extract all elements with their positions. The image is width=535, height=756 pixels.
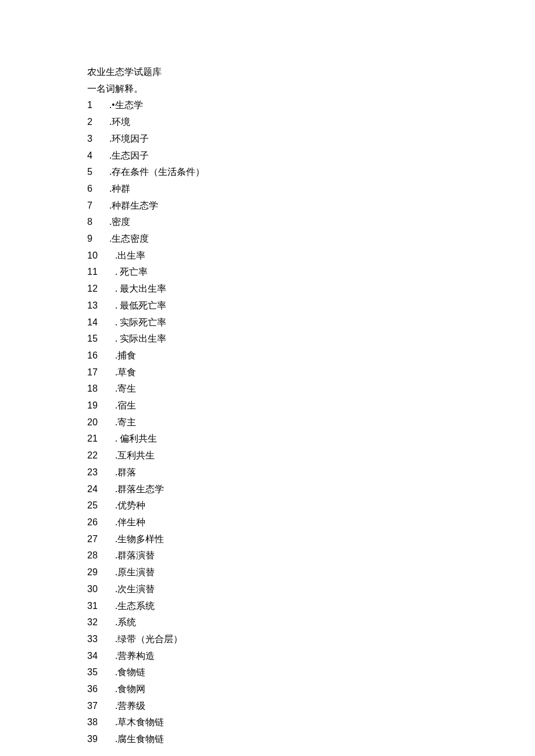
item-number: 18 [87, 381, 115, 397]
list-item: 21. 偏利共生 [87, 431, 477, 447]
item-text: .食物网 [115, 681, 145, 698]
item-text: .原生演替 [115, 564, 155, 581]
item-text: .存在条件（生活条件） [109, 164, 205, 181]
list-item: 26.伴生种 [87, 514, 477, 531]
list-item: 37.营养级 [87, 698, 477, 715]
item-text: .优势种 [115, 497, 145, 514]
list-item: 17.草食 [87, 364, 477, 381]
item-number: 17 [87, 364, 115, 381]
item-text: .环境 [109, 114, 130, 131]
item-text: . 实际出生率 [115, 331, 166, 347]
item-number: 27 [87, 531, 115, 548]
list-item: 23.群落 [87, 464, 477, 481]
item-number: 22 [87, 447, 115, 464]
item-number: 30 [87, 581, 115, 598]
item-text: .次生演替 [115, 581, 155, 598]
item-number: 34 [87, 648, 115, 665]
item-number: 29 [87, 564, 115, 581]
item-text: .系统 [115, 614, 136, 631]
list-item: 13. 最低死亡率 [87, 298, 477, 314]
item-number: 13 [87, 298, 115, 314]
item-number: 6 [87, 181, 109, 198]
item-number: 16 [87, 347, 115, 364]
list-item: 1.•生态学 [87, 97, 477, 114]
item-text: .绿带（光合层） [115, 631, 183, 648]
list-item: 7.种群生态学 [87, 198, 477, 214]
list-item: 9.生态密度 [87, 231, 477, 248]
item-text: .寄主 [115, 414, 136, 431]
item-number: 14 [87, 314, 115, 331]
item-text: .伴生种 [115, 514, 145, 531]
item-number: 10 [87, 248, 115, 264]
item-number: 36 [87, 681, 115, 698]
document-page: 农业生态学试题库 一名词解释。 1.•生态学2.环境3.环境因子4.生态因子5.… [0, 0, 535, 748]
item-number: 32 [87, 614, 115, 631]
list-item: 18.寄生 [87, 381, 477, 397]
list-item: 10.出生率 [87, 248, 477, 264]
item-number: 25 [87, 497, 115, 514]
item-number: 2 [87, 114, 109, 131]
list-item: 24.群落生态学 [87, 481, 477, 498]
item-text: .种群生态学 [109, 198, 158, 214]
item-number: 26 [87, 514, 115, 531]
list-item: 4.生态因子 [87, 148, 477, 164]
list-item: 31.生态系统 [87, 598, 477, 615]
list-item: 16.捕食 [87, 347, 477, 364]
item-text: .密度 [109, 214, 130, 231]
item-number: 28 [87, 547, 115, 564]
list-item: 36.食物网 [87, 681, 477, 698]
item-number: 35 [87, 664, 115, 681]
item-number: 31 [87, 598, 115, 615]
list-item: 2.环境 [87, 114, 477, 131]
item-text: .群落生态学 [115, 481, 164, 498]
item-text: .群落演替 [115, 547, 155, 564]
item-number: 33 [87, 631, 115, 648]
list-item: 3.环境因子 [87, 131, 477, 148]
item-text: .寄生 [115, 381, 136, 397]
item-number: 15 [87, 331, 115, 347]
item-number: 4 [87, 148, 109, 164]
item-number: 9 [87, 231, 109, 248]
list-item: 5.存在条件（生活条件） [87, 164, 477, 181]
list-item: 27.生物多样性 [87, 531, 477, 548]
item-number: 5 [87, 164, 109, 181]
item-text: .生态密度 [109, 231, 149, 248]
item-text: .草食 [115, 364, 136, 381]
item-number: 19 [87, 397, 115, 414]
item-number: 21 [87, 431, 115, 447]
list-item: 30.次生演替 [87, 581, 477, 598]
item-text: .食物链 [115, 664, 145, 681]
list-item: 32.系统 [87, 614, 477, 631]
list-item: 6.种群 [87, 181, 477, 198]
item-text: .出生率 [115, 248, 145, 264]
item-text: .互利共生 [115, 447, 155, 464]
item-text: .营养构造 [115, 648, 155, 665]
list-item: 28.群落演替 [87, 547, 477, 564]
item-number: 39 [87, 731, 115, 748]
item-number: 38 [87, 714, 115, 731]
item-text: .生态系统 [115, 598, 155, 615]
list-item: 38.草木食物链 [87, 714, 477, 731]
list-item: 14. 实际死亡率 [87, 314, 477, 331]
item-text: .种群 [109, 181, 130, 198]
item-number: 12 [87, 281, 115, 298]
item-text: .草木食物链 [115, 714, 164, 731]
list-item: 15. 实际出生率 [87, 331, 477, 347]
item-text: .环境因子 [109, 131, 149, 148]
item-number: 20 [87, 414, 115, 431]
item-number: 24 [87, 481, 115, 498]
list-item: 34.营养构造 [87, 648, 477, 665]
item-number: 11 [87, 264, 115, 281]
item-text: . 最大出生率 [115, 281, 166, 298]
list-item: 25.优势种 [87, 497, 477, 514]
item-text: . 偏利共生 [115, 431, 157, 447]
item-text: . 实际死亡率 [115, 314, 166, 331]
list-item: 39.腐生食物链 [87, 731, 477, 748]
list-item: 19.宿生 [87, 397, 477, 414]
document-title: 农业生态学试题库 [87, 64, 477, 81]
list-item: 33.绿带（光合层） [87, 631, 477, 648]
item-number: 7 [87, 198, 109, 214]
term-list: 1.•生态学2.环境3.环境因子4.生态因子5.存在条件（生活条件）6.种群7.… [87, 97, 477, 747]
item-text: . 死亡率 [115, 264, 148, 281]
item-number: 37 [87, 698, 115, 715]
